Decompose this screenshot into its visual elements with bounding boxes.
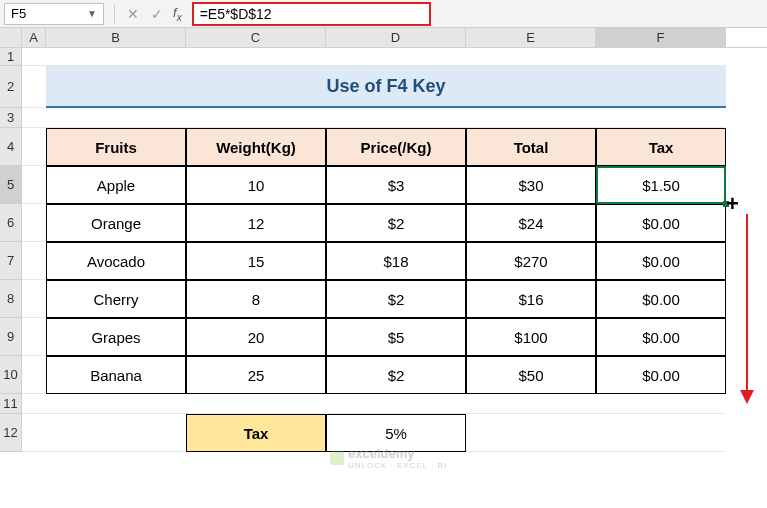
cell[interactable] bbox=[46, 394, 186, 414]
cell-tax[interactable]: $0.00 bbox=[596, 356, 726, 394]
fx-icon[interactable]: fx bbox=[173, 5, 182, 23]
row-header-3[interactable]: 3 bbox=[0, 108, 22, 128]
cell[interactable] bbox=[596, 394, 726, 414]
cell[interactable] bbox=[186, 108, 326, 128]
cell[interactable] bbox=[46, 414, 186, 452]
cell-price[interactable]: $5 bbox=[326, 318, 466, 356]
cell[interactable] bbox=[22, 128, 46, 166]
cell-tax[interactable]: $0.00 bbox=[596, 280, 726, 318]
cell-weight[interactable]: 10 bbox=[186, 166, 326, 204]
row-header-9[interactable]: 9 bbox=[0, 318, 22, 356]
row-header-1[interactable]: 1 bbox=[0, 48, 22, 66]
row-header-2[interactable]: 2 bbox=[0, 66, 22, 108]
cell-total[interactable]: $16 bbox=[466, 280, 596, 318]
page-title: Use of F4 Key bbox=[326, 76, 445, 97]
cancel-icon[interactable]: ✕ bbox=[121, 2, 145, 26]
formula-bar: F5 ▼ ✕ ✓ fx =E5*$D$12 bbox=[0, 0, 767, 28]
cell-weight[interactable]: 15 bbox=[186, 242, 326, 280]
cell-weight[interactable]: 25 bbox=[186, 356, 326, 394]
cell[interactable] bbox=[326, 394, 466, 414]
row-header-6[interactable]: 6 bbox=[0, 204, 22, 242]
cell-price[interactable]: $18 bbox=[326, 242, 466, 280]
cell-tax[interactable]: $0.00 bbox=[596, 318, 726, 356]
cell-fruit[interactable]: Cherry bbox=[46, 280, 186, 318]
cell[interactable] bbox=[326, 108, 466, 128]
col-header-c[interactable]: C bbox=[186, 28, 326, 47]
cell-total[interactable]: $30 bbox=[466, 166, 596, 204]
watermark-text: exceldemy bbox=[348, 446, 447, 461]
cell[interactable] bbox=[466, 108, 596, 128]
cell-total[interactable]: $100 bbox=[466, 318, 596, 356]
col-header-e[interactable]: E bbox=[466, 28, 596, 47]
table-header-tax[interactable]: Tax bbox=[596, 128, 726, 166]
cell-weight[interactable]: 20 bbox=[186, 318, 326, 356]
cell-tax[interactable]: $0.00 bbox=[596, 204, 726, 242]
cell-price[interactable]: $3 bbox=[326, 166, 466, 204]
name-box[interactable]: F5 ▼ bbox=[4, 3, 104, 25]
cell[interactable] bbox=[22, 394, 46, 414]
row-header-4[interactable]: 4 bbox=[0, 128, 22, 166]
row-header-11[interactable]: 11 bbox=[0, 394, 22, 414]
cell[interactable] bbox=[596, 414, 726, 452]
row-header-8[interactable]: 8 bbox=[0, 280, 22, 318]
table-header-weight[interactable]: Weight(Kg) bbox=[186, 128, 326, 166]
cell-total[interactable]: $270 bbox=[466, 242, 596, 280]
row-header-5[interactable]: 5 bbox=[0, 166, 22, 204]
cell[interactable] bbox=[466, 48, 596, 66]
cell[interactable] bbox=[22, 66, 46, 108]
cell[interactable] bbox=[22, 318, 46, 356]
formula-input[interactable]: =E5*$D$12 bbox=[192, 2, 431, 26]
column-headers: A B C D E F bbox=[0, 28, 767, 48]
confirm-icon[interactable]: ✓ bbox=[145, 2, 169, 26]
table-header-total[interactable]: Total bbox=[466, 128, 596, 166]
cell-price[interactable]: $2 bbox=[326, 204, 466, 242]
col-header-d[interactable]: D bbox=[326, 28, 466, 47]
cell[interactable] bbox=[186, 48, 326, 66]
drag-arrow-icon bbox=[746, 214, 754, 404]
cell[interactable] bbox=[326, 48, 466, 66]
table-header-price[interactable]: Price(/Kg) bbox=[326, 128, 466, 166]
row-header-10[interactable]: 10 bbox=[0, 356, 22, 394]
cell[interactable] bbox=[186, 394, 326, 414]
col-header-a[interactable]: A bbox=[22, 28, 46, 47]
cell[interactable] bbox=[466, 394, 596, 414]
tax-label-cell[interactable]: Tax bbox=[186, 414, 326, 452]
name-box-dropdown-icon[interactable]: ▼ bbox=[87, 8, 97, 19]
table-header-fruits[interactable]: Fruits bbox=[46, 128, 186, 166]
cell[interactable] bbox=[46, 108, 186, 128]
cell[interactable] bbox=[22, 280, 46, 318]
cell[interactable] bbox=[22, 48, 46, 66]
cell-tax[interactable]: $0.00 bbox=[596, 242, 726, 280]
cell[interactable] bbox=[22, 204, 46, 242]
cell[interactable] bbox=[22, 356, 46, 394]
cell-fruit[interactable]: Apple bbox=[46, 166, 186, 204]
cell[interactable] bbox=[22, 414, 46, 452]
cell-fruit[interactable]: Grapes bbox=[46, 318, 186, 356]
cell[interactable] bbox=[22, 166, 46, 204]
cell-fruit[interactable]: Banana bbox=[46, 356, 186, 394]
cell-price[interactable]: $2 bbox=[326, 356, 466, 394]
row-header-12[interactable]: 12 bbox=[0, 414, 22, 452]
cell[interactable] bbox=[596, 48, 726, 66]
select-all-corner[interactable] bbox=[0, 28, 22, 47]
title-cell[interactable]: Use of F4 Key bbox=[46, 66, 726, 108]
cell-total[interactable]: $50 bbox=[466, 356, 596, 394]
cell[interactable] bbox=[22, 242, 46, 280]
cell-weight[interactable]: 12 bbox=[186, 204, 326, 242]
cell[interactable] bbox=[22, 108, 46, 128]
col-header-b[interactable]: B bbox=[46, 28, 186, 47]
cell[interactable] bbox=[46, 48, 186, 66]
worksheet: A B C D E F 1 2 Use of F4 Key 3 4 bbox=[0, 28, 767, 452]
cell-total[interactable]: $24 bbox=[466, 204, 596, 242]
cell[interactable] bbox=[596, 108, 726, 128]
cell-price[interactable]: $2 bbox=[326, 280, 466, 318]
name-box-value: F5 bbox=[11, 6, 26, 21]
col-header-f[interactable]: F bbox=[596, 28, 726, 47]
cell-fruit[interactable]: Orange bbox=[46, 204, 186, 242]
cell-tax[interactable]: $1.50 bbox=[596, 166, 726, 204]
cell-weight[interactable]: 8 bbox=[186, 280, 326, 318]
cell[interactable] bbox=[466, 414, 596, 452]
row-header-7[interactable]: 7 bbox=[0, 242, 22, 280]
divider bbox=[114, 4, 115, 24]
cell-fruit[interactable]: Avocado bbox=[46, 242, 186, 280]
